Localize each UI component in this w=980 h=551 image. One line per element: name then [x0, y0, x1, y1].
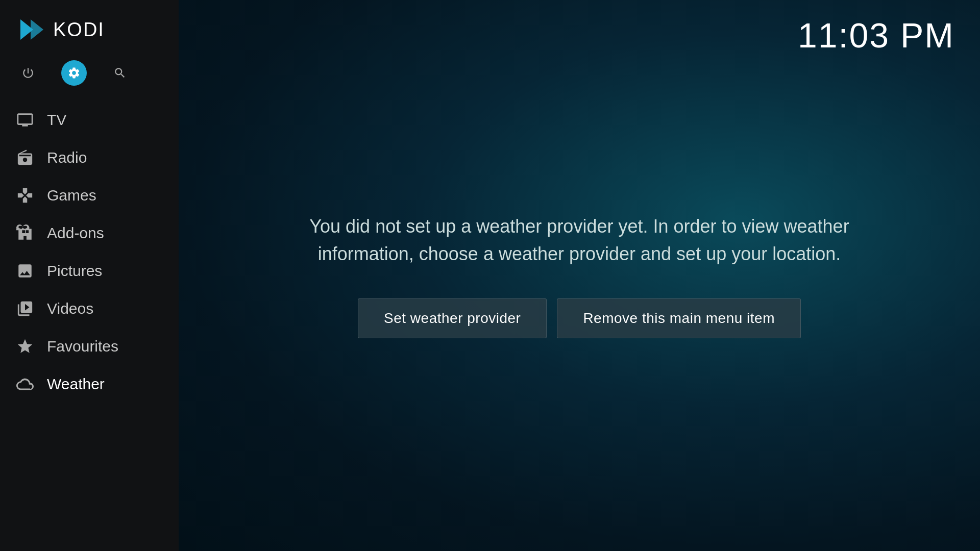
pictures-icon [15, 261, 35, 281]
sidebar-item-favourites[interactable]: Favourites [0, 328, 179, 365]
weather-setup-message: You did not set up a weather provider ye… [299, 213, 860, 268]
sidebar-item-radio[interactable]: Radio [0, 139, 179, 177]
sidebar-item-pictures[interactable]: Pictures [0, 252, 179, 290]
sidebar-item-videos-label: Videos [47, 300, 93, 317]
sidebar-item-addons[interactable]: Add-ons [0, 214, 179, 252]
sidebar-item-weather[interactable]: Weather [0, 365, 179, 403]
sidebar-item-weather-label: Weather [47, 375, 105, 393]
tv-icon [15, 110, 35, 130]
action-buttons-container: Set weather provider Remove this main me… [358, 298, 801, 338]
favourites-icon [15, 337, 35, 356]
top-icon-bar [0, 55, 179, 101]
svg-marker-1 [31, 19, 43, 40]
power-button[interactable] [15, 60, 41, 86]
power-icon [21, 66, 35, 80]
remove-menu-item-button[interactable]: Remove this main menu item [557, 298, 801, 338]
sidebar-item-tv[interactable]: TV [0, 101, 179, 139]
sidebar-item-pictures-label: Pictures [47, 262, 102, 280]
kodi-logo-icon [15, 14, 46, 45]
main-content: 11:03 PM You did not set up a weather pr… [179, 0, 980, 551]
games-icon [15, 186, 35, 205]
videos-icon [15, 299, 35, 318]
sidebar-item-games-label: Games [47, 187, 96, 204]
settings-button[interactable] [61, 60, 87, 86]
search-icon [113, 66, 127, 80]
settings-icon [67, 66, 81, 80]
radio-icon [15, 148, 35, 167]
set-weather-provider-button[interactable]: Set weather provider [358, 298, 547, 338]
sidebar-navigation: TV Radio Games Add-ons [0, 101, 179, 551]
app-header: KODI [0, 0, 179, 55]
sidebar-item-games[interactable]: Games [0, 177, 179, 214]
search-button[interactable] [107, 60, 133, 86]
addons-icon [15, 223, 35, 243]
clock: 11:03 PM [798, 15, 954, 55]
sidebar-item-addons-label: Add-ons [47, 224, 104, 242]
sidebar-item-favourites-label: Favourites [47, 338, 118, 355]
app-title: KODI [53, 19, 105, 41]
sidebar: KODI TV [0, 0, 179, 551]
sidebar-item-videos[interactable]: Videos [0, 290, 179, 328]
sidebar-item-tv-label: TV [47, 111, 66, 129]
weather-icon [15, 374, 35, 394]
sidebar-item-radio-label: Radio [47, 149, 87, 166]
